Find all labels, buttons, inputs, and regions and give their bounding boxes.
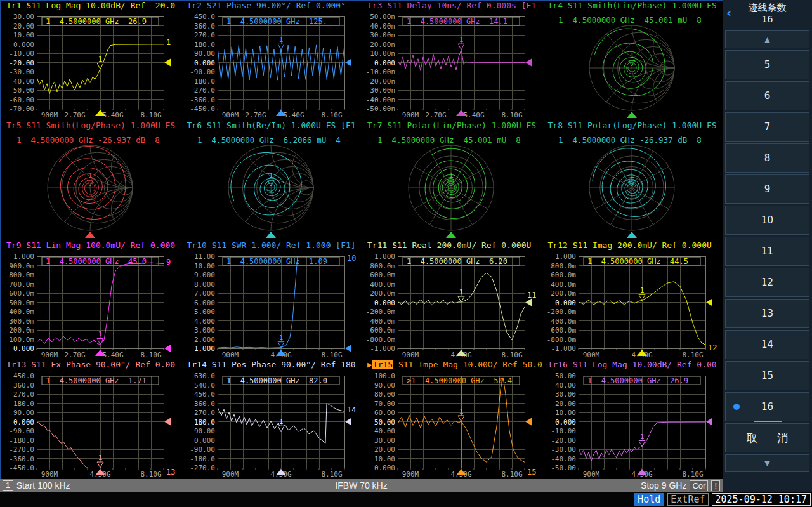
y-axis-label: -10.00 — [551, 427, 576, 435]
trace-plot-tr12[interactable]: Tr12 S11 Imag 200.0mU/ Ref 0.000U1.00080… — [542, 240, 723, 360]
y-axis-label: 3.000 — [193, 326, 214, 334]
y-axis-label: 700.0m — [9, 280, 34, 288]
y-axis-label: 20.00 — [374, 445, 395, 454]
trace-plot-tr15[interactable]: ▶Tr15 S11 Impe Mag 10.00Ω/ Ref 50.0100.0… — [361, 359, 542, 479]
trace-plot-tr11[interactable]: Tr11 S11 Real 200.0mU/ Ref 0.000U1.00080… — [361, 240, 542, 360]
trace-number-label: 13 — [166, 468, 175, 477]
y-axis-label: 400.0m — [551, 280, 576, 288]
sidebar-item-list: 5678910111213141516 — [723, 50, 812, 421]
trace-plot-tr2[interactable]: Tr2 S21 Phase 90.00°/ Ref 0.000°450.0360… — [181, 0, 362, 120]
sidebar-item-15[interactable]: 15 — [725, 361, 809, 390]
marker-readout: 1 4.5000000 GHz 45.001 mU 8 — [558, 15, 702, 25]
trace-title: Tr8 S11 Polar(Log/Phase) 1.000U FS — [548, 121, 717, 131]
y-axis-label: 11.00 — [193, 253, 214, 261]
x-axis-label: 8.10G — [140, 351, 161, 359]
trace-plot-tr13[interactable]: Tr13 S11 Ex Phase 90.00°/ Ref 0.00450.03… — [0, 359, 181, 479]
trace-format-label: S11 Ex Phase 90.00°/ Ref 0.00 — [26, 360, 175, 369]
y-axis-label: 450.0 — [13, 372, 34, 380]
sidebar-item-14[interactable]: 14 — [725, 330, 809, 359]
y-axis-label: 40.00n — [370, 22, 395, 30]
marker-number-label: 1 — [278, 418, 283, 426]
trace-plot-tr1[interactable]: Tr1 S11 Log Mag 10.00dB/ Ref -20.030.002… — [0, 0, 181, 120]
y-axis-label: 50.00 — [554, 372, 575, 380]
trace-plot-tr7[interactable]: Tr7 S11 Polar(Lin/Phase) 1.000U FS1 4.50… — [361, 120, 542, 240]
x-axis-label: 2.70G — [64, 111, 85, 119]
sidebar-item-11[interactable]: 11 — [725, 237, 809, 266]
trace-plot-tr16[interactable]: Tr16 S11 Log Mag 10.00dB/ Ref 0.0050.004… — [542, 359, 723, 479]
marker-triangle-icon — [458, 44, 464, 49]
y-axis-label: 300.0m — [9, 317, 34, 325]
sidebar-item-label: 7 — [764, 121, 771, 133]
y-axis-label: 90.00 — [193, 49, 214, 58]
sidebar-item-10[interactable]: 10 — [725, 206, 809, 235]
sidebar-cancel-button[interactable]: 取 消 — [725, 423, 809, 452]
marker-readout: 1 4.5000000 GHz 82.0 — [226, 376, 327, 385]
y-axis-label: 540.0 — [193, 381, 214, 390]
trace-plot-tr8[interactable]: Tr8 S11 Polar(Log/Phase) 1.000U FS1 4.50… — [542, 120, 723, 240]
y-axis-label: -40.00 — [551, 455, 576, 463]
vna-app-window: Tr1 S11 Log Mag 10.00dB/ Ref -20.030.002… — [0, 0, 812, 507]
y-axis-label: -50.00 — [551, 464, 576, 472]
y-axis-label: -90.00 — [9, 427, 34, 435]
x-axis-label: 8.10G — [140, 470, 161, 478]
sidebar-item-8[interactable]: 8 — [725, 143, 809, 173]
marker-readout: 1 4.5000000 GHz 45.001 mU 8 — [377, 135, 521, 145]
sidebar-item-12[interactable]: 12 — [725, 268, 809, 297]
trace-id-label: Tr8 — [548, 121, 563, 130]
trace-id-label: Tr6 — [187, 121, 202, 130]
sidebar-item-7[interactable]: 7 — [725, 112, 809, 142]
trace-plot-tr3[interactable]: Tr3 S11 Delay 10ns/ Ref 0.000s [F150.00n… — [361, 0, 542, 120]
hold-status-badge[interactable]: Hold — [634, 493, 664, 506]
marker-readout: 1 4.5000000 GHz 45.0 — [46, 256, 147, 265]
x-axis-label: 8.10G — [501, 111, 522, 119]
y-axis-label: -1.000 — [551, 345, 576, 353]
sidebar-item-label: 12 — [761, 277, 773, 288]
y-axis-label: -800.0m — [366, 335, 396, 343]
trace-plot-tr9[interactable]: Tr9 S11 Lin Mag 100.0mU/ Ref 0.0001.0009… — [0, 240, 181, 360]
y-axis-label: -1.000 — [370, 345, 395, 353]
ref-level-marker-icon — [345, 345, 351, 352]
x-axis-label: 8.10G — [501, 470, 522, 478]
y-axis-label: -50.00 — [9, 86, 34, 95]
y-axis-label: -10.00n — [366, 68, 395, 76]
sidebar-item-6[interactable]: 6 — [725, 81, 809, 110]
sidebar-header: ‹ 迹线条数 16 — [723, 0, 812, 29]
x-axis-label: 5.40G — [102, 111, 123, 119]
sidebar-item-13[interactable]: 13 — [725, 299, 809, 328]
ref-level-marker-icon — [706, 418, 712, 426]
trace-plot-tr4[interactable]: Tr4 S11 Smith(Lin/Phase) 1.000U FS1 4.50… — [542, 0, 723, 120]
sidebar-scroll-down-button[interactable]: ▼ — [725, 454, 809, 472]
trace-number-label: 10 — [347, 253, 356, 262]
trace-plot-tr6[interactable]: Tr6 S11 Smith(Re/Im) 1.000U FS [F11 4.50… — [181, 120, 362, 240]
trace-number-label: 1 — [166, 38, 171, 47]
sidebar-item-label: 11 — [761, 246, 773, 257]
sidebar-item-16[interactable]: 16 — [725, 392, 809, 421]
ref-level-marker-icon — [345, 418, 351, 426]
trace-id-label: Tr11 — [367, 240, 387, 250]
marker-readout: 1 4.5000000 GHz 6.20 — [407, 256, 508, 265]
trace-format-label: S11 Real 200.0mU/ Ref 0.000U — [387, 240, 531, 250]
y-axis-label: 4.000 — [193, 317, 214, 325]
y-axis-label: 7.000 — [193, 289, 214, 298]
x-axis-label: 2.70G — [245, 111, 266, 119]
trace-format-label: S11 Log Mag 10.00dB/ Ref -20.0 — [21, 1, 175, 10]
y-axis-label: 200.0m — [9, 326, 34, 334]
trace-plot-tr5[interactable]: Tr5 S11 Smith(Log/Phase) 1.000U FS1 4.50… — [0, 120, 181, 240]
sidebar-item-5[interactable]: 5 — [725, 50, 809, 79]
bottom-bar: Hold ExtRef 2025-09-12 10:17 — [0, 492, 812, 507]
y-axis-label: 50.00n — [370, 13, 395, 21]
trace-plot-tr14[interactable]: Tr14 S11 Pos Phase 90.00°/ Ref 180630.05… — [181, 359, 362, 479]
y-axis-label: 5.000 — [193, 308, 214, 316]
y-axis-label: -270.0 — [190, 464, 215, 472]
sidebar-scroll-up-button[interactable]: ▲ — [725, 30, 809, 48]
y-axis-label: 360.0 — [193, 400, 214, 408]
trace-id-label: Tr4 — [548, 1, 563, 10]
y-axis-label: 180.0 — [193, 418, 214, 426]
marker-number-label: 1 — [278, 36, 283, 44]
trace-plot-tr10[interactable]: Tr10 S11 SWR 1.000/ Ref 1.000 [F1]11.001… — [181, 240, 362, 360]
sidebar-collapse-icon[interactable]: ‹ — [726, 5, 731, 20]
trace-id-label: Tr16 — [548, 360, 568, 369]
sidebar-item-9[interactable]: 9 — [725, 174, 809, 204]
y-axis-label: -20.00 — [551, 437, 576, 445]
trace-number-label: 2 — [347, 58, 351, 67]
